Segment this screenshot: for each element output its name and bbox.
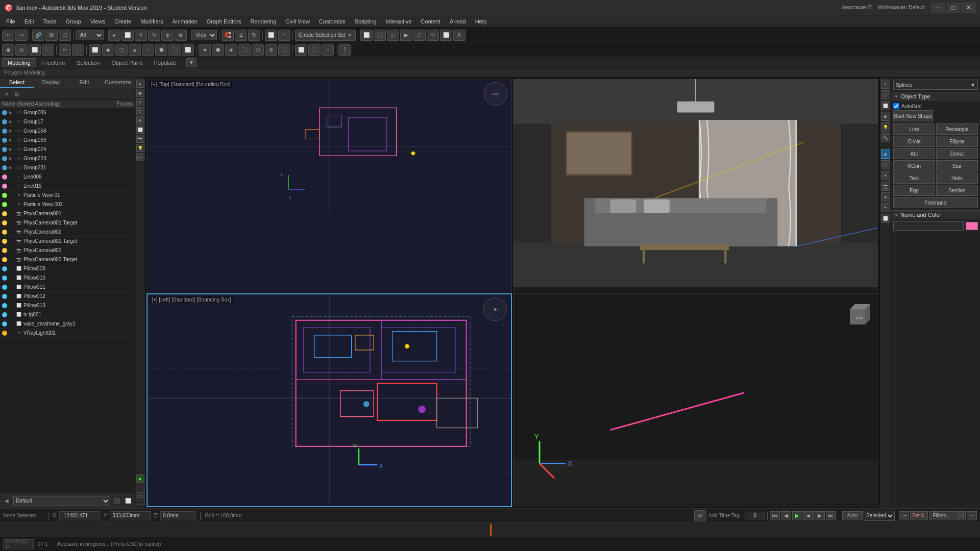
create-sel-set-dropdown-icon[interactable]: ▼ bbox=[348, 33, 352, 38]
align-btn[interactable]: ≡ bbox=[278, 30, 290, 41]
object-row-9[interactable]: ✦Particle View 01 bbox=[0, 191, 135, 200]
tab-modeling[interactable]: Modeling bbox=[2, 58, 36, 67]
menu-group[interactable]: Group bbox=[61, 17, 85, 26]
tb2-13[interactable]: ⬛ bbox=[168, 44, 181, 56]
rt-cameras[interactable]: 📷 bbox=[881, 182, 890, 191]
material-btn[interactable]: ⬡ bbox=[413, 30, 426, 41]
rt-geometry[interactable]: ◉ bbox=[881, 149, 890, 159]
tb2-6[interactable]: ⬛ bbox=[72, 44, 84, 56]
vis-toggle-13[interactable] bbox=[2, 230, 7, 235]
vp-cube-nav[interactable]: TOP bbox=[842, 304, 873, 335]
btn-ngon[interactable]: NGon bbox=[893, 160, 935, 171]
menu-scripting[interactable]: Scripting bbox=[351, 17, 381, 26]
lt-select[interactable]: ◉ bbox=[136, 89, 144, 97]
rt-lights[interactable]: ☀ bbox=[881, 171, 890, 180]
color-swatch[interactable] bbox=[966, 222, 978, 230]
play-btn[interactable]: ▶ bbox=[792, 511, 802, 520]
rt-display-panel[interactable]: 💡 bbox=[881, 122, 890, 132]
menu-content[interactable]: Content bbox=[416, 17, 445, 26]
vis-toggle-1[interactable] bbox=[2, 119, 7, 124]
tb2-25[interactable]: ? bbox=[338, 44, 351, 56]
scene-tab-select[interactable]: Select bbox=[0, 78, 34, 88]
filter-keys-btn[interactable]: Filters... bbox=[929, 511, 954, 520]
menu-views[interactable]: Views bbox=[86, 17, 109, 26]
object-row-20[interactable]: ⬜Pillow012 bbox=[0, 292, 135, 301]
tb2-12[interactable]: ⬟ bbox=[155, 44, 167, 56]
menu-edit[interactable]: Edit bbox=[20, 17, 38, 26]
object-row-8[interactable]: ～Line015 bbox=[0, 182, 135, 191]
prev-frame-btn[interactable]: ◀ bbox=[781, 511, 791, 520]
tb2-9[interactable]: ⬡ bbox=[115, 44, 128, 56]
lt-mirror[interactable]: ⬜ bbox=[136, 126, 144, 134]
layer-opts-btn[interactable]: ⬜ bbox=[124, 496, 133, 506]
tb2-8[interactable]: ◆ bbox=[102, 44, 114, 56]
mode-extra-btn[interactable]: ▼ bbox=[186, 58, 197, 67]
menu-file[interactable]: File bbox=[2, 17, 19, 26]
undo-btn[interactable]: ↩ bbox=[2, 30, 14, 41]
object-row-24[interactable]: ☀VRayLight001 bbox=[0, 329, 135, 338]
menu-graph-editors[interactable]: Graph Editors bbox=[203, 17, 246, 26]
vis-toggle-24[interactable] bbox=[2, 331, 7, 336]
unlink-btn[interactable]: ⛓ bbox=[45, 30, 58, 41]
object-row-6[interactable]: ▶⬡Group231 bbox=[0, 163, 135, 172]
tb2-7[interactable]: ⬜ bbox=[89, 44, 101, 56]
scale2-btn[interactable]: ⊗ bbox=[175, 30, 187, 41]
object-row-17[interactable]: ⬜Pillow008 bbox=[0, 264, 135, 273]
vp-left[interactable]: [+] [Left] [Standard] [Bounding Box] bbox=[146, 293, 512, 507]
close-btn[interactable]: ✕ bbox=[962, 3, 976, 13]
object-row-14[interactable]: 📷PhysCamera002.Target bbox=[0, 237, 135, 246]
tb2-3[interactable]: ⬜ bbox=[29, 44, 41, 56]
render-setup-btn[interactable]: ⬛ bbox=[374, 30, 386, 41]
btn-rectangle[interactable]: Rectangle bbox=[936, 123, 978, 135]
minimize-btn[interactable]: ─ bbox=[931, 3, 945, 13]
lt-rotate[interactable]: ↻ bbox=[136, 107, 144, 115]
lt-create[interactable]: ▸ bbox=[136, 80, 144, 88]
lt-scale[interactable]: ⊕ bbox=[136, 116, 144, 124]
next-frame-btn[interactable]: ▶ bbox=[815, 511, 825, 520]
select-region-btn[interactable]: ⬜ bbox=[121, 30, 134, 41]
object-name-input[interactable] bbox=[893, 221, 964, 231]
menu-create[interactable]: Create bbox=[110, 17, 135, 26]
tb2-2[interactable]: ◎ bbox=[15, 44, 28, 56]
list-sort-btn[interactable]: ⊞ bbox=[12, 89, 21, 98]
tb2-11[interactable]: ○ bbox=[142, 44, 154, 56]
render-btn[interactable]: ▷ bbox=[387, 30, 399, 41]
redo-btn[interactable]: ↪ bbox=[15, 30, 28, 41]
vp-top[interactable]: [+] [Top] [Standard] [Bounding Box] bbox=[146, 79, 512, 292]
rt-utilities-panel[interactable]: 🔧 bbox=[881, 133, 890, 142]
object-row-0[interactable]: ▶⬡Group006 bbox=[0, 108, 135, 117]
menu-help[interactable]: Help bbox=[471, 17, 491, 26]
tb2-18[interactable]: ⬛ bbox=[238, 44, 251, 56]
filter-dropdown[interactable]: All bbox=[76, 30, 104, 40]
vis-toggle-18[interactable] bbox=[2, 276, 7, 281]
object-row-12[interactable]: 📷PhysCamera001.Target bbox=[0, 218, 135, 228]
maximize-btn[interactable]: □ bbox=[946, 3, 961, 13]
coord-dropdown[interactable]: View bbox=[191, 30, 217, 40]
timeline[interactable]: 0 bbox=[0, 522, 980, 537]
vis-toggle-3[interactable] bbox=[2, 138, 7, 143]
tb2-14[interactable]: ⬜ bbox=[182, 44, 194, 56]
menu-customize[interactable]: Customize bbox=[315, 17, 350, 26]
object-row-19[interactable]: ⬜Pillow011 bbox=[0, 283, 135, 292]
list-filter-btn[interactable]: ✕ bbox=[2, 89, 11, 98]
scene-tab-edit[interactable]: Edit bbox=[67, 78, 101, 88]
goto-end-btn[interactable]: ⏭ bbox=[826, 511, 836, 520]
object-row-23[interactable]: ⬜vase_zarahome_gray1 bbox=[0, 319, 135, 329]
scene-tab-display[interactable]: Display bbox=[34, 78, 67, 88]
rt-systems[interactable]: ⬜ bbox=[881, 214, 890, 223]
vp-left-nav[interactable]: ⊕ bbox=[483, 297, 507, 321]
vis-toggle-14[interactable] bbox=[2, 239, 7, 244]
tab-freeform[interactable]: Freeform bbox=[37, 58, 71, 67]
btn-star[interactable]: Star bbox=[936, 160, 978, 171]
vis-toggle-12[interactable] bbox=[2, 220, 7, 226]
btn-section[interactable]: Section bbox=[936, 185, 978, 196]
tb2-24[interactable]: ○ bbox=[322, 44, 334, 56]
motion-paths-btn[interactable]: 〰 bbox=[967, 511, 977, 520]
tb2-20[interactable]: ⊕ bbox=[265, 44, 277, 56]
tab-populate[interactable]: Populate bbox=[148, 58, 181, 67]
object-row-5[interactable]: ▶⬡Group223 bbox=[0, 154, 135, 163]
layer-arrows-left[interactable]: ◀ bbox=[2, 496, 11, 506]
lt-play[interactable]: ▶ bbox=[136, 474, 144, 483]
btn-egg[interactable]: Egg bbox=[893, 185, 935, 196]
menu-interactive[interactable]: Interactive bbox=[382, 17, 416, 26]
